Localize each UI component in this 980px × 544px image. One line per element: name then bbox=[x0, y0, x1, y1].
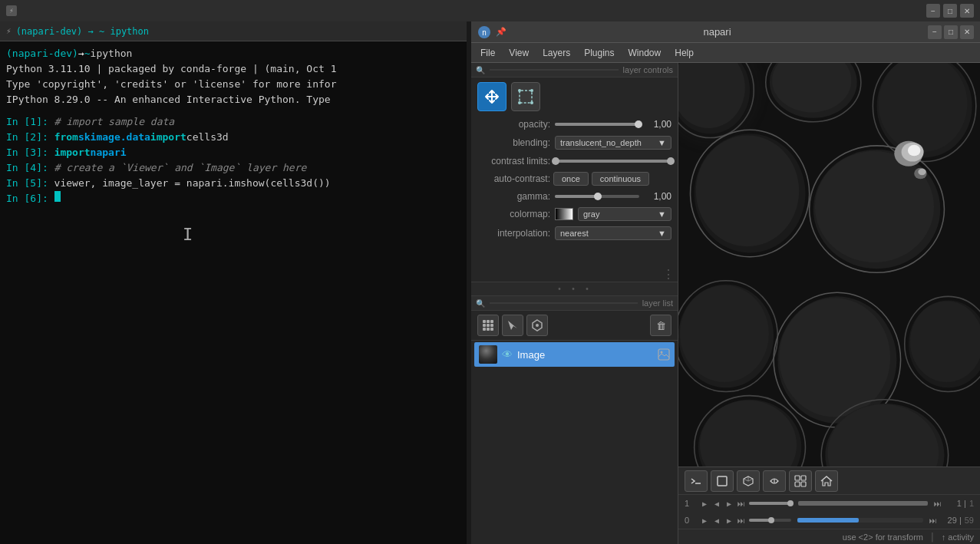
svg-rect-14 bbox=[487, 328, 490, 331]
dim-1-prev-button[interactable]: ◀ bbox=[712, 499, 721, 508]
3d-view-button[interactable] bbox=[737, 470, 760, 492]
opacity-slider[interactable] bbox=[555, 123, 639, 126]
dim-1-slider[interactable] bbox=[749, 502, 792, 505]
blending-dropdown[interactable]: translucent_no_depth ▼ bbox=[555, 136, 671, 150]
viewer-canvas[interactable] bbox=[678, 63, 980, 467]
layer-type-image-icon bbox=[658, 348, 670, 361]
term-line-copy: Type 'copyright', 'credits' or 'license'… bbox=[6, 77, 460, 92]
new-points-layer-button[interactable] bbox=[477, 315, 499, 336]
gamma-thumb[interactable] bbox=[594, 193, 602, 200]
dim-0-prev-button[interactable]: ◀ bbox=[712, 516, 721, 525]
menu-plugins[interactable]: Plugins bbox=[578, 46, 620, 60]
gamma-label: gamma: bbox=[477, 191, 550, 202]
term-line-4: In [4]: # create a `Viewer` and `Image` … bbox=[6, 160, 460, 176]
pan-zoom-button[interactable] bbox=[477, 82, 506, 111]
terminal-content[interactable]: (napari-dev) → ~ ipython Python 3.11.10 … bbox=[0, 41, 467, 544]
term-arrow: → bbox=[78, 46, 84, 61]
status-transform-text: use <2> for transform bbox=[843, 532, 923, 542]
minimize-button[interactable]: − bbox=[926, 4, 940, 18]
napari-maximize[interactable]: □ bbox=[944, 25, 958, 39]
opacity-label: opacity: bbox=[477, 119, 550, 130]
2d-view-button[interactable] bbox=[711, 470, 734, 492]
menu-layers[interactable]: Layers bbox=[536, 46, 576, 60]
dim-1-thumb[interactable] bbox=[787, 500, 794, 506]
svg-rect-10 bbox=[483, 324, 486, 327]
dim-sliders: 1 ▶ ◀ ▶ ⏭ bbox=[678, 494, 980, 529]
new-shapes-layer-button[interactable] bbox=[502, 315, 523, 336]
interpolation-row: interpolation: nearest ▼ bbox=[471, 223, 678, 243]
terminal-icon: ⚡ bbox=[6, 26, 12, 36]
new-labels-layer-button[interactable] bbox=[526, 315, 548, 336]
term-line-prompt: (napari-dev) → ~ ipython bbox=[6, 46, 460, 61]
panel-drag-icon[interactable]: ⋮ bbox=[662, 267, 675, 282]
svg-point-6 bbox=[530, 101, 533, 104]
svg-rect-60 bbox=[801, 482, 806, 486]
svg-rect-12 bbox=[490, 324, 493, 327]
svg-rect-7 bbox=[483, 320, 486, 323]
interpolation-label: interpolation: bbox=[477, 228, 550, 239]
menu-file[interactable]: File bbox=[474, 46, 501, 60]
svg-point-42 bbox=[910, 302, 980, 382]
svg-rect-11 bbox=[487, 324, 490, 327]
interpolation-value: nearest bbox=[560, 229, 589, 238]
napari-title: napari bbox=[703, 26, 731, 38]
roll-dims-button[interactable] bbox=[763, 470, 786, 492]
menu-window[interactable]: Window bbox=[622, 46, 668, 60]
close-button[interactable]: ✕ bbox=[960, 4, 974, 18]
home-button[interactable] bbox=[815, 470, 838, 492]
colormap-dropdown[interactable]: gray ▼ bbox=[578, 207, 671, 221]
blending-value: translucent_no_depth bbox=[560, 138, 642, 147]
svg-rect-2 bbox=[520, 91, 532, 103]
dim-1-end-button[interactable]: ⏭ bbox=[737, 499, 746, 508]
term-cmd: ipython bbox=[91, 46, 133, 61]
contrast-slider[interactable] bbox=[555, 160, 671, 163]
layer-item-image[interactable]: 👁 Image bbox=[474, 342, 675, 367]
gamma-slider[interactable] bbox=[555, 195, 639, 198]
layer-visibility-eye-icon[interactable]: 👁 bbox=[502, 348, 513, 361]
dim-0-next-button[interactable]: ▶ bbox=[724, 516, 734, 525]
layer-name-label: Image bbox=[517, 349, 653, 361]
blending-chevron-icon: ▼ bbox=[658, 138, 666, 147]
dim-0-thumb[interactable] bbox=[768, 517, 774, 523]
dim-1-next-button[interactable]: ▶ bbox=[724, 499, 734, 508]
dim-0-slider[interactable] bbox=[749, 519, 791, 522]
contrast-max-thumb[interactable] bbox=[667, 157, 675, 165]
svg-rect-55 bbox=[718, 476, 727, 486]
napari-minimize[interactable]: − bbox=[928, 25, 942, 39]
gamma-value: 1,00 bbox=[644, 191, 671, 202]
maximize-button[interactable]: □ bbox=[943, 4, 957, 18]
controls-search-icon: 🔍 bbox=[476, 66, 485, 74]
auto-contrast-once-button[interactable]: once bbox=[553, 172, 589, 186]
console-button[interactable] bbox=[685, 470, 708, 492]
napari-statusbar: use <2> for transform | ↑ activity bbox=[678, 529, 980, 544]
opacity-thumb[interactable] bbox=[635, 120, 642, 128]
os-titlebar: ⚡ − □ ✕ bbox=[0, 0, 980, 21]
cells-image bbox=[678, 63, 980, 467]
viewer-toolbar bbox=[678, 467, 980, 494]
dim-0-play-button[interactable]: ▶ bbox=[700, 516, 709, 525]
interpolation-dropdown[interactable]: nearest ▼ bbox=[555, 226, 671, 240]
left-panel: 🔍 layer controls bbox=[471, 63, 678, 544]
colormap-label: colormap: bbox=[477, 209, 550, 219]
auto-contrast-label: auto-contrast: bbox=[477, 173, 550, 184]
menu-help[interactable]: Help bbox=[668, 46, 700, 60]
svg-point-36 bbox=[680, 285, 769, 382]
term-line-5: In [5]: viewer, image_layer = napari.ims… bbox=[6, 176, 460, 191]
grid-mode-button[interactable] bbox=[789, 470, 812, 492]
transform-button[interactable] bbox=[511, 82, 540, 111]
dim-0-value: 29 | bbox=[940, 516, 962, 525]
menu-view[interactable]: View bbox=[503, 46, 535, 60]
napari-close[interactable]: ✕ bbox=[960, 25, 974, 39]
delete-layer-button[interactable]: 🗑 bbox=[650, 315, 671, 336]
auto-contrast-continuous-button[interactable]: continuous bbox=[592, 172, 649, 186]
napari-menubar: File View Layers Plugins Window Help bbox=[471, 43, 980, 63]
dim-1-play-button[interactable]: ▶ bbox=[700, 499, 709, 508]
dim-0-end-button[interactable]: ⏭ bbox=[737, 516, 746, 525]
svg-point-4 bbox=[530, 89, 533, 92]
contrast-min-thumb[interactable] bbox=[552, 157, 559, 165]
terminal-pane: ⚡ (napari-dev) → ~ ipython (napari-dev) … bbox=[0, 21, 467, 544]
svg-point-39 bbox=[779, 298, 890, 417]
layer-toolbar: 🗑 bbox=[471, 311, 678, 341]
opacity-row: opacity: 1,00 bbox=[471, 116, 678, 133]
dim-0-step-end-icon: ⏭ bbox=[929, 516, 937, 525]
